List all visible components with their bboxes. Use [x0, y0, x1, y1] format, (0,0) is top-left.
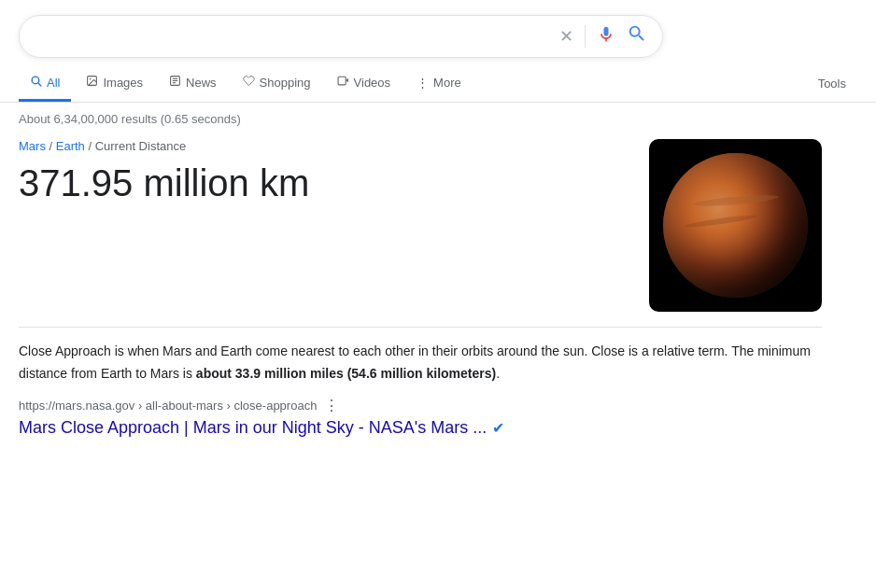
shopping-icon — [243, 75, 255, 90]
mars-image — [649, 139, 822, 312]
search-icons: ✕ — [559, 23, 647, 49]
description-text-after: . — [496, 366, 500, 381]
tab-videos-label: Videos — [354, 76, 391, 90]
more-dots-icon: ⋮ — [417, 76, 429, 90]
search-bar: distance between earth and mars ✕ — [19, 15, 663, 58]
verified-checkmark-icon: ✔ — [492, 419, 504, 437]
search-area: distance between earth and mars ✕ — [0, 0, 876, 58]
svg-rect-8 — [338, 77, 346, 85]
tabs-bar: All Images News Shopping Videos ⋮ More T… — [0, 65, 876, 103]
tab-more-label: More — [433, 76, 461, 90]
main-distance-value: 371.95 million km — [19, 161, 630, 205]
tab-all-label: All — [47, 76, 60, 90]
svg-point-3 — [90, 78, 92, 80]
results-area: About 6,34,00,000 results (0.65 seconds)… — [0, 103, 841, 456]
description-text: Close Approach is when Mars and Earth co… — [19, 341, 822, 385]
description-bold-text: about 33.9 million miles (54.6 million k… — [196, 366, 496, 381]
breadcrumb: Mars / Earth / Current Distance — [19, 139, 630, 153]
result-stats: About 6,34,00,000 results (0.65 seconds) — [19, 112, 822, 126]
all-icon — [30, 75, 42, 90]
mars-planet-visual — [663, 153, 808, 298]
tab-news-label: News — [186, 76, 217, 90]
source-options-icon[interactable]: ⋮ — [324, 397, 339, 414]
description-section: Close Approach is when Mars and Earth co… — [19, 327, 822, 385]
source-url-row: https://mars.nasa.gov › all-about-mars ›… — [19, 397, 822, 414]
tab-all[interactable]: All — [19, 65, 71, 102]
tab-images-label: Images — [103, 76, 143, 90]
source-url-text: https://mars.nasa.gov › all-about-mars ›… — [19, 399, 317, 413]
breadcrumb-sep1: / — [46, 139, 56, 153]
search-submit-icon[interactable] — [627, 23, 647, 49]
vertical-divider — [585, 25, 586, 48]
breadcrumb-sep2: / — [85, 139, 95, 153]
tools-button[interactable]: Tools — [807, 67, 857, 100]
result-link[interactable]: Mars Close Approach | Mars in our Night … — [19, 418, 822, 438]
snippet-content: Mars / Earth / Current Distance 371.95 m… — [19, 139, 630, 312]
tab-more[interactable]: ⋮ More — [405, 66, 473, 102]
news-icon — [169, 75, 181, 90]
videos-icon — [337, 75, 349, 90]
tab-shopping-label: Shopping — [260, 76, 311, 90]
tab-shopping[interactable]: Shopping — [232, 65, 322, 102]
breadcrumb-mars[interactable]: Mars — [19, 139, 46, 153]
featured-snippet: Mars / Earth / Current Distance 371.95 m… — [19, 139, 822, 312]
images-icon — [86, 75, 98, 90]
tab-images[interactable]: Images — [75, 65, 154, 102]
search-input[interactable]: distance between earth and mars — [35, 28, 559, 45]
result-link-text: Mars Close Approach | Mars in our Night … — [19, 418, 487, 438]
breadcrumb-earth[interactable]: Earth — [56, 139, 85, 153]
tab-news[interactable]: News — [158, 65, 228, 102]
svg-line-1 — [38, 83, 41, 86]
tab-videos[interactable]: Videos — [326, 65, 403, 102]
breadcrumb-current-distance: Current Distance — [95, 139, 187, 153]
mic-icon[interactable] — [597, 25, 615, 49]
clear-icon[interactable]: ✕ — [559, 26, 573, 47]
